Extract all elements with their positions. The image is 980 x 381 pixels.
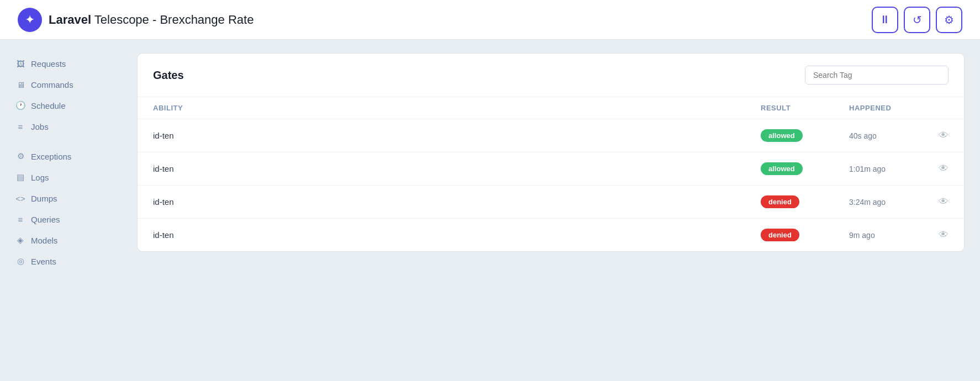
table-row[interactable]: id-ten denied 3:24m ago 👁 (138, 186, 964, 219)
ability-text: id-ten (153, 164, 761, 173)
sidebar-label-jobs: Jobs (31, 122, 49, 131)
logs-icon: ▤ (15, 172, 25, 182)
result-badge: denied (761, 229, 799, 241)
gates-card: Gates Ability Result Happened id-ten all… (137, 53, 965, 252)
view-icon[interactable]: 👁 (939, 130, 949, 141)
page-layout: 🖼 Requests 🖥 Commands 🕐 Schedule ≡ Jobs … (0, 40, 980, 381)
sidebar-label-models: Models (31, 236, 57, 245)
sidebar-label-requests: Requests (31, 59, 66, 68)
happened-text: 1:01m ago (849, 165, 886, 173)
refresh-button[interactable]: ↺ (904, 7, 930, 33)
table-row[interactable]: id-ten allowed 1:01m ago 👁 (138, 152, 964, 186)
col-happened: Happened (849, 104, 949, 112)
table-row[interactable]: id-ten allowed 40s ago 👁 (138, 119, 964, 152)
header-brand: ✦ Laravel Telescope - Brexchange Rate (18, 8, 254, 32)
happened-cell: 9m ago 👁 (849, 229, 949, 241)
dumps-icon: <> (15, 193, 25, 203)
table-row[interactable]: id-ten denied 9m ago 👁 (138, 219, 964, 251)
app-logo: ✦ (18, 8, 42, 32)
sidebar-label-dumps: Dumps (31, 194, 57, 203)
view-icon[interactable]: 👁 (939, 163, 949, 174)
sidebar-label-schedule: Schedule (31, 101, 66, 110)
result-badge: denied (761, 195, 799, 208)
header-actions: ⏸ ↺ ⚙ (872, 7, 962, 33)
table-header: Ability Result Happened (138, 97, 964, 119)
result-badge: allowed (761, 129, 803, 142)
events-icon: ◎ (15, 256, 25, 266)
exceptions-icon: ⚙ (15, 151, 25, 161)
ability-text: id-ten (153, 131, 761, 140)
sidebar-item-events[interactable]: ◎ Events (0, 251, 122, 272)
settings-button[interactable]: ⚙ (936, 7, 962, 33)
models-icon: ◈ (15, 235, 25, 245)
app-title: Laravel Telescope - Brexchange Rate (49, 13, 254, 27)
sidebar-item-queries[interactable]: ≡ Queries (0, 209, 122, 230)
card-title: Gates (153, 69, 184, 82)
sidebar: 🖼 Requests 🖥 Commands 🕐 Schedule ≡ Jobs … (0, 40, 122, 381)
card-header: Gates (138, 54, 964, 97)
col-ability: Ability (153, 104, 761, 112)
schedule-icon: 🕐 (15, 100, 25, 110)
main-content: Gates Ability Result Happened id-ten all… (122, 40, 980, 381)
view-icon[interactable]: 👁 (939, 196, 949, 208)
sidebar-item-models[interactable]: ◈ Models (0, 230, 122, 251)
result-cell: allowed (761, 129, 849, 142)
sidebar-label-events: Events (31, 257, 56, 266)
happened-text: 3:24m ago (849, 198, 886, 207)
sidebar-label-commands: Commands (31, 80, 73, 89)
sidebar-label-exceptions: Exceptions (31, 152, 71, 161)
app-title-rest: Telescope - Brexchange Rate (91, 13, 254, 27)
sidebar-item-commands[interactable]: 🖥 Commands (0, 74, 122, 95)
logo-icon: ✦ (25, 13, 35, 27)
requests-icon: 🖼 (15, 59, 25, 68)
result-cell: allowed (761, 162, 849, 175)
commands-icon: 🖥 (15, 80, 25, 89)
queries-icon: ≡ (15, 214, 25, 224)
happened-cell: 1:01m ago 👁 (849, 163, 949, 174)
sidebar-label-logs: Logs (31, 173, 49, 182)
happened-cell: 40s ago 👁 (849, 130, 949, 141)
view-icon[interactable]: 👁 (939, 229, 949, 241)
search-tag-input[interactable] (805, 66, 949, 84)
result-cell: denied (761, 195, 849, 208)
table-body: id-ten allowed 40s ago 👁 id-ten allowed … (138, 119, 964, 251)
ability-text: id-ten (153, 230, 761, 240)
happened-text: 40s ago (849, 131, 877, 140)
sidebar-item-logs[interactable]: ▤ Logs (0, 167, 122, 188)
sidebar-label-queries: Queries (31, 215, 60, 224)
sidebar-item-requests[interactable]: 🖼 Requests (0, 53, 122, 74)
pause-button[interactable]: ⏸ (872, 7, 898, 33)
app-title-bold: Laravel (49, 13, 91, 27)
sidebar-item-dumps[interactable]: <> Dumps (0, 188, 122, 209)
happened-text: 9m ago (849, 231, 875, 240)
sidebar-item-jobs[interactable]: ≡ Jobs (0, 116, 122, 137)
sidebar-item-exceptions[interactable]: ⚙ Exceptions (0, 146, 122, 167)
col-result: Result (761, 104, 849, 112)
result-badge: allowed (761, 162, 803, 175)
result-cell: denied (761, 229, 849, 241)
happened-cell: 3:24m ago 👁 (849, 196, 949, 208)
app-header: ✦ Laravel Telescope - Brexchange Rate ⏸ … (0, 0, 980, 40)
sidebar-item-schedule[interactable]: 🕐 Schedule (0, 95, 122, 116)
jobs-icon: ≡ (15, 121, 25, 131)
ability-text: id-ten (153, 197, 761, 207)
